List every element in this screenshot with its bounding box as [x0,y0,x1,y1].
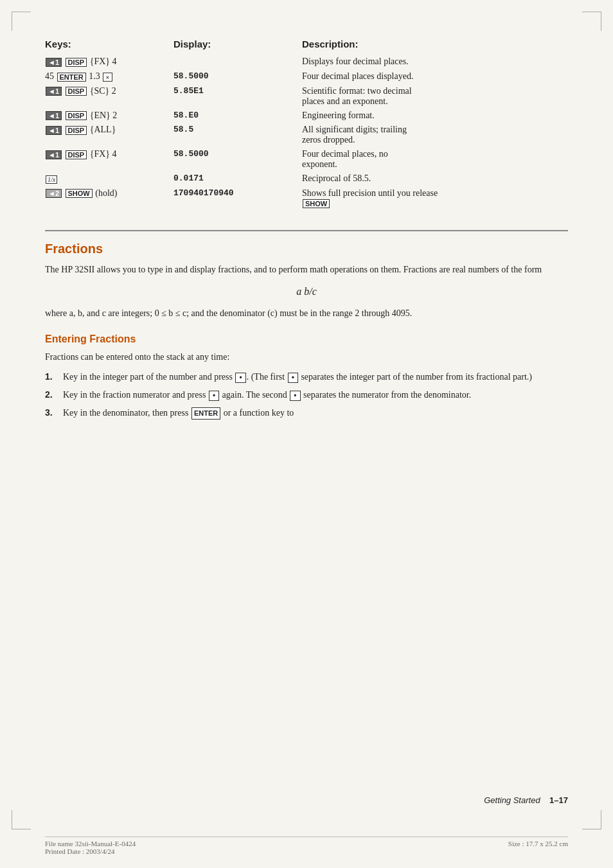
main-content: Keys: Display: Description: ◄1 DISP {FX}… [0,0,613,437]
table-row: ◄1 DISP {FX} 4 Displays four decimal pla… [45,55,568,69]
footer-bottom: File name 32sii-Manual-E-0424 Printed Da… [45,837,568,855]
desc-col: Scientific format: two decimalplaces and… [302,84,568,109]
shift1-key: ◄1 [46,126,62,135]
desc-col: Four decimal places displayed. [302,69,568,84]
corner-tl [12,12,31,31]
disp-key: DISP [66,126,87,135]
disp-key: DISP [66,111,87,120]
num-45: 45 [45,71,57,81]
display-col: 5.85E1 [173,84,302,109]
corner-bl [12,810,31,829]
table-row: ◄1 DISP {FX} 4 58.5000 Four decimal plac… [45,147,568,172]
list-item: 2. Key in the fraction numerator and pre… [45,388,568,402]
display-col [173,55,302,69]
size-info: Size : 17.7 x 25.2 cm [508,840,568,855]
dot-key2: • [288,373,298,383]
keys-table: Keys: Display: Description: ◄1 DISP {FX}… [45,39,568,211]
keys-col: ◄1 DISP {ALL} [45,123,173,147]
show-inline-key: SHOW [303,199,330,208]
display-col: 58.E0 [173,109,302,123]
en-label: {EN} 2 [90,111,118,120]
dot-key4: • [290,391,300,401]
enter-key: ENTER [57,73,86,82]
onex-key: 1/x [46,175,57,184]
fractions-title: Fractions [45,242,568,256]
table-row: 45 ENTER 1.3 × 58.5000 Four decimal plac… [45,69,568,84]
keys-col: 1/x [45,172,173,186]
step-text: Key in the denominator, then press ENTER… [63,406,568,420]
disp-key: DISP [66,87,87,96]
corner-br [582,810,601,829]
col-header-display: Display: [173,39,302,55]
page: Keys: Display: Description: ◄1 DISP {FX}… [0,0,613,868]
shift1-key: ◄1 [46,87,62,96]
num-13: 1.3 [89,71,102,81]
keys-col: ◄2 SHOW (hold) [45,186,173,211]
shift2-key: ◄2 [46,189,62,198]
section-divider [45,230,568,231]
all-label: {ALL} [90,125,116,134]
keys-col: ◄1 DISP {EN} 2 [45,109,173,123]
fx2-label: {FX} 4 [90,149,117,159]
display-col: 58.5 [173,123,302,147]
step-num: 1. [45,370,59,384]
enter-key2: ENTER [191,407,220,420]
display-col: 58.5000 [173,69,302,84]
desc-col: Four decimal places, noexponent. [302,147,568,172]
show-key: SHOW [66,189,93,198]
steps-list: 1. Key in the integer part of the number… [45,370,568,420]
keys-col: ◄1 DISP {SC} 2 [45,84,173,109]
table-row: 1/x 0.0171 Reciprocal of 58.5. [45,172,568,186]
desc-col: Shows full precision until you release S… [302,186,568,211]
fx-label: {FX} 4 [90,57,117,66]
table-row: ◄2 SHOW (hold) 170940170940 Shows full p… [45,186,568,211]
step-num: 2. [45,388,59,402]
disp-key: DISP [66,58,87,67]
keys-col: ◄1 DISP {FX} 4 [45,55,173,69]
display-col: 0.0171 [173,172,302,186]
desc-col: Displays four decimal places. [302,55,568,69]
desc-col: Reciprocal of 58.5. [302,172,568,186]
disp-key: DISP [66,150,87,159]
col-header-keys: Keys: [45,39,173,55]
display-col: 58.5000 [173,147,302,172]
getting-started-label: Getting Started [484,795,540,805]
file-name: File name 32sii-Manual-E-0424 Printed Da… [45,840,136,855]
step-text: Key in the integer part of the number an… [63,370,568,384]
desc-col: Engineering format. [302,109,568,123]
shift1-key: ◄1 [46,150,62,159]
shift1-key: ◄1 [46,111,62,120]
fractions-formula: a b/c [45,286,568,297]
fractions-intro: The HP 32SII allows you to type in and d… [45,263,568,277]
col-header-description: Description: [302,39,568,55]
table-row: ◄1 DISP {EN} 2 58.E0 Engineering format. [45,109,568,123]
hold-label: (hold) [95,188,117,198]
x-key: × [103,73,112,82]
dot-key3: • [209,391,219,401]
table-row: ◄1 DISP {ALL} 58.5 All significant digit… [45,123,568,147]
corner-tr [582,12,601,31]
entering-fractions-intro: Fractions can be entered onto the stack … [45,350,568,364]
entering-fractions-title: Entering Fractions [45,333,568,345]
table-row: ◄1 DISP {SC} 2 5.85E1 Scientific format:… [45,84,568,109]
shift1-key: ◄1 [46,58,62,67]
page-num: 1–17 [549,795,568,805]
step-text: Key in the fraction numerator and press … [63,388,568,402]
list-item: 1. Key in the integer part of the number… [45,370,568,384]
list-item: 3. Key in the denominator, then press EN… [45,406,568,420]
step-num: 3. [45,406,59,420]
fractions-where: where a, b, and c are integers; 0 ≤ b ≤ … [45,306,568,321]
dot-key: • [235,373,245,383]
sc-label: {SC} 2 [90,86,116,96]
display-col: 170940170940 [173,186,302,211]
keys-col: ◄1 DISP {FX} 4 [45,147,173,172]
keys-col: 45 ENTER 1.3 × [45,69,173,84]
page-number-area: Getting Started 1–17 [484,795,568,805]
desc-col: All significant digits; trailingzeros dr… [302,123,568,147]
